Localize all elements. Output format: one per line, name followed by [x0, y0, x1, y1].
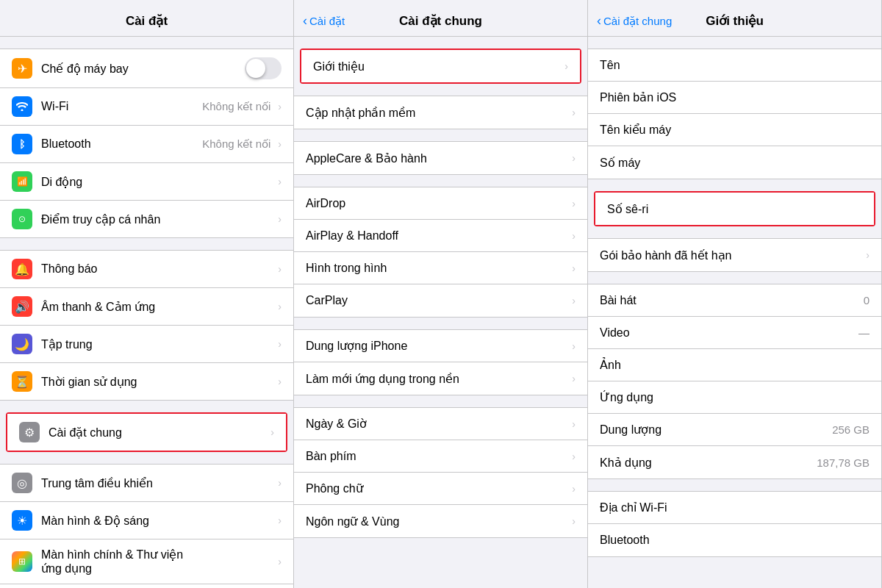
network-info-section: Địa chỉ Wi-Fi Bluetooth [588, 491, 881, 557]
display-section: ◎ Trung tâm điều khiển › ☀ Màn hình & Độ… [0, 464, 293, 588]
language-label: Ngôn ngữ & Vùng [306, 514, 572, 528]
software-update-label: Cập nhật phần mềm [306, 106, 572, 120]
general-header: ‹ Cài đặt Cài đặt chung [294, 0, 587, 37]
general-back-button[interactable]: ‹ Cài đặt [303, 13, 345, 29]
general-panel: ‹ Cài đặt Cài đặt chung Giới thiệu › Cập… [294, 0, 588, 588]
video-row: Video — [588, 317, 881, 349]
settings-content: ✈ Chế độ máy bay Wi-Fi Không kết nối › [0, 37, 293, 588]
general-section-highlighted: ⚙ Cài đặt chung › [6, 412, 287, 452]
sounds-icon: 🔊 [12, 296, 32, 317]
carplay-chevron: › [572, 295, 576, 306]
control-icon: ◎ [12, 473, 32, 493]
cellular-icon: 📶 [12, 171, 32, 192]
available-row: Khả dụng 187,78 GB [588, 446, 881, 478]
media-stats-section: Bài hát 0 Video — Ảnh Ứng dụng Dung lượn… [588, 284, 881, 479]
photos-label: Ảnh [600, 358, 870, 372]
about-back-chevron: ‹ [597, 13, 601, 29]
screentime-label: Thời gian sử dụng [41, 375, 275, 389]
warranty-label: Gói bảo hành đã hết hạn [600, 248, 866, 262]
bluetooth-row[interactable]: ᛒ Bluetooth Không kết nối › [0, 126, 293, 163]
screentime-row[interactable]: ⏳ Thời gian sử dụng › [0, 363, 293, 400]
airplay-row[interactable]: AirPlay & Handoff › [294, 220, 587, 252]
apps-row: Ứng dụng [588, 381, 881, 414]
capacity-value: 256 GB [832, 423, 870, 436]
ios-version-row: Phiên bản iOS [588, 82, 881, 114]
language-row[interactable]: Ngôn ngữ & Vùng › [294, 505, 587, 537]
cellular-row[interactable]: 📶 Di động › [0, 163, 293, 201]
refresh-chevron: › [572, 373, 576, 384]
software-update-section: Cập nhật phần mềm › [294, 96, 587, 129]
available-value: 187,78 GB [817, 456, 870, 469]
toggle-thumb [246, 59, 265, 78]
airdrop-label: AirDrop [306, 197, 572, 210]
wifi-chevron: › [278, 101, 282, 112]
general-panel-content: Giới thiệu › Cập nhật phần mềm › AppleCa… [294, 37, 587, 588]
keyboard-row[interactable]: Bàn phím › [294, 440, 587, 473]
software-update-row[interactable]: Cập nhật phần mềm › [294, 96, 587, 129]
airplay-chevron: › [572, 230, 576, 242]
notifications-row[interactable]: 🔔 Thông báo › [0, 251, 293, 288]
control-label: Trung tâm điều khiển [41, 476, 275, 490]
wifi-address-row: Địa chỉ Wi-Fi [588, 492, 881, 524]
storage-chevron: › [572, 340, 576, 352]
fonts-row[interactable]: Phông chữ › [294, 473, 587, 505]
control-row[interactable]: ◎ Trung tâm điều khiển › [0, 465, 293, 502]
device-info-section: Tên Phiên bản iOS Tên kiểu máy Số máy [588, 49, 881, 179]
airdrop-row[interactable]: AirDrop › [294, 187, 587, 220]
wifi-icon [12, 96, 32, 117]
about-section-highlighted: Giới thiệu › [300, 49, 581, 84]
wifi-row[interactable]: Wi-Fi Không kết nối › [0, 88, 293, 126]
sounds-row[interactable]: 🔊 Âm thanh & Cảm ứng › [0, 288, 293, 326]
general-icon: ⚙ [19, 422, 40, 442]
datetime-row[interactable]: Ngày & Giờ › [294, 408, 587, 440]
notifications-icon: 🔔 [12, 259, 32, 279]
available-label: Khả dụng [600, 456, 817, 470]
homescreen-label: Màn hình chính & Thư việnứng dụng [41, 548, 275, 576]
bluetooth-icon: ᛒ [12, 134, 32, 154]
capacity-label: Dung lượng [600, 423, 832, 437]
applecare-row[interactable]: AppleCare & Bảo hành › [294, 142, 587, 174]
display-chevron: › [278, 514, 282, 526]
photos-row: Ảnh [588, 349, 881, 381]
name-row: Tên [588, 49, 881, 82]
about-row[interactable]: Giới thiệu › [301, 50, 580, 82]
focus-row[interactable]: 🌙 Tập trung › [0, 326, 293, 363]
model-name-label: Tên kiểu máy [600, 123, 870, 137]
about-back-button[interactable]: ‹ Cài đặt chung [597, 13, 672, 29]
cellular-label: Di động [41, 175, 275, 189]
bluetooth-address-label: Bluetooth [600, 534, 870, 547]
general-row[interactable]: ⚙ Cài đặt chung › [7, 414, 286, 451]
sounds-chevron: › [278, 301, 282, 312]
accessibility-row[interactable]: ♿ Trợ năng › [0, 584, 293, 588]
fonts-chevron: › [572, 483, 576, 495]
settings-title: Cài đặt [126, 13, 168, 29]
storage-row[interactable]: Dung lượng iPhone › [294, 330, 587, 362]
display-icon: ☀ [12, 510, 32, 531]
keyboard-label: Bàn phím [306, 450, 572, 463]
notifications-label: Thông báo [41, 262, 275, 276]
airplane-label: Chế độ máy bay [41, 62, 245, 76]
control-chevron: › [278, 477, 282, 489]
pip-row[interactable]: Hình trong hình › [294, 252, 587, 284]
airplane-row[interactable]: ✈ Chế độ máy bay [0, 49, 293, 88]
video-label: Video [600, 326, 858, 340]
refresh-row[interactable]: Làm mới ứng dụng trong nền › [294, 362, 587, 395]
bluetooth-address-row: Bluetooth [588, 524, 881, 556]
carplay-row[interactable]: CarPlay › [294, 284, 587, 317]
about-header: ‹ Cài đặt chung Giới thiệu [588, 0, 881, 37]
notifications-chevron: › [278, 263, 282, 275]
display-row[interactable]: ☀ Màn hình & Độ sáng › [0, 502, 293, 539]
hotspot-row[interactable]: ⊙ Điểm truy cập cá nhân › [0, 201, 293, 237]
homescreen-row[interactable]: ⊞ Màn hình chính & Thư việnứng dụng › [0, 539, 293, 584]
bluetooth-label: Bluetooth [41, 137, 202, 151]
airdrop-chevron: › [572, 198, 576, 209]
applecare-section: AppleCare & Bảo hành › [294, 141, 587, 175]
songs-label: Bài hát [600, 294, 864, 307]
warranty-row[interactable]: Gói bảo hành đã hết hạn › [588, 239, 881, 271]
airplane-toggle[interactable] [245, 57, 282, 79]
pip-label: Hình trong hình [306, 262, 572, 275]
settings-panel: Cài đặt ✈ Chế độ máy bay Wi-Fi Khô [0, 0, 294, 588]
general-back-chevron: ‹ [303, 13, 307, 29]
device-number-row: Số máy [588, 146, 881, 179]
settings-header: Cài đặt [0, 0, 293, 37]
